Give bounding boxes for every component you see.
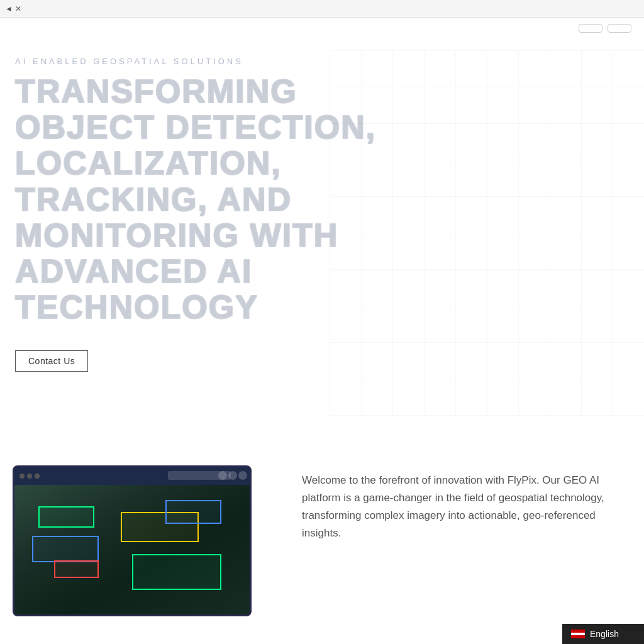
about-text-container: Welcome to the forefront of innovation w…: [302, 465, 631, 542]
close-icon[interactable]: ✕: [15, 4, 21, 13]
mockup-icons: [218, 471, 247, 480]
detection-box-2: [32, 536, 99, 562]
about-text: Welcome to the forefront of innovation w…: [302, 472, 631, 542]
navbar: [0, 18, 644, 39]
mockup-dot-2: [27, 474, 32, 479]
language-selector[interactable]: English: [562, 624, 644, 644]
mockup-top-bar: [14, 467, 250, 485]
mockup-icon-3: [238, 471, 247, 480]
detection-box-1: [38, 506, 94, 528]
detection-box-3: [54, 560, 99, 579]
nav-button-1[interactable]: [579, 24, 602, 33]
port-structure: [21, 488, 243, 608]
hero-subtitle: AI ENABLED GEOSPATIAL SOLUTIONS: [15, 57, 629, 66]
nav-button-2[interactable]: [608, 24, 631, 33]
nav-logo-area: [579, 24, 631, 33]
about-image-container: [13, 465, 277, 616]
about-section: Welcome to the forefront of innovation w…: [0, 428, 644, 641]
satellite-bg: [14, 485, 250, 614]
collapse-arrows[interactable]: ◄ ✕: [5, 4, 21, 13]
contact-us-button[interactable]: Contact Us: [15, 350, 88, 372]
hero-section: AI ENABLED GEOSPATIAL SOLUTIONS TRANSFOR…: [0, 0, 644, 428]
mockup-icon-2: [228, 471, 237, 480]
mockup-dot-1: [19, 474, 25, 479]
collapse-left-icon[interactable]: ◄: [5, 4, 13, 13]
top-bar: ◄ ✕: [0, 0, 644, 18]
mockup-content: [14, 485, 250, 614]
satellite-mockup: [13, 465, 252, 616]
language-label: English: [590, 629, 619, 639]
hero-title: TRANSFORMING OBJECT DETECTION, LOCALIZAT…: [15, 74, 443, 325]
detection-box-6: [165, 500, 221, 524]
mockup-dot-3: [35, 474, 40, 479]
language-flag-icon: [571, 630, 585, 638]
detection-box-5: [132, 554, 221, 590]
mockup-icon-1: [218, 471, 227, 480]
